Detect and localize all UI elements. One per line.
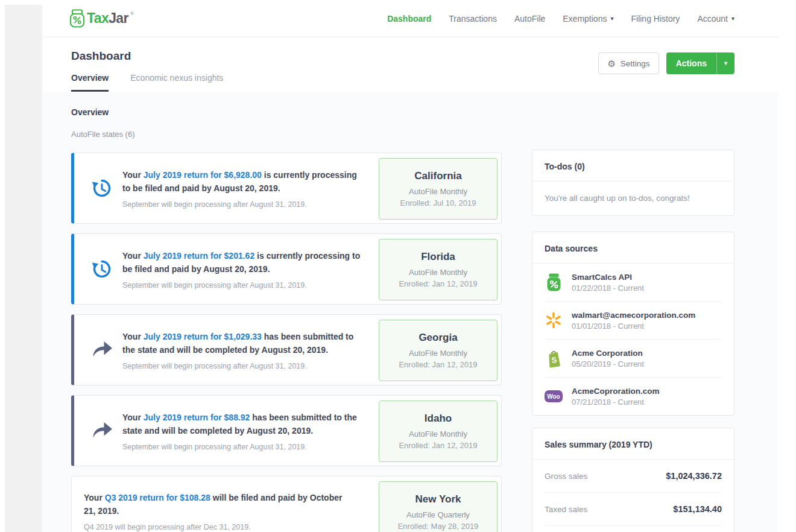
sales-summary-title: Sales summary (2019 YTD) (532, 428, 734, 460)
taxjar-jar-icon (545, 273, 563, 291)
return-status-message: Your July 2019 return for $201.62 is cur… (122, 249, 367, 276)
data-source-row-shopify[interactable]: S Acme Corporation 05/20/2019 - Current (532, 340, 734, 377)
chevron-down-icon: ▾ (724, 60, 727, 66)
taxjar-logo[interactable]: TaxJar ® (69, 9, 134, 28)
return-status-text: Your July 2019 return for $6,928.00 is c… (122, 168, 367, 209)
nav-dashboard[interactable]: Dashboard (387, 14, 431, 24)
history-clock-icon (90, 177, 113, 200)
data-source-name: Acme Corporation (572, 349, 644, 358)
processing-note: September will begin processing after Au… (122, 200, 367, 209)
sales-summary-card: Sales summary (2019 YTD) Gross sales $1,… (532, 428, 734, 532)
taxjar-jar-percent-icon (69, 9, 85, 28)
data-source-info: SmartCalcs API 01/22/2018 - Current (572, 273, 644, 293)
page-left-gutter (5, 5, 42, 532)
nav-exemptions[interactable]: Exemptions▾ (563, 14, 613, 24)
return-status-text: Your July 2019 return for $88.92 has bee… (122, 411, 367, 451)
state-name: Georgia (419, 332, 457, 344)
data-sources-card: Data sources SmartCalcs API 01/2 (532, 232, 734, 416)
data-source-name: SmartCalcs API (572, 273, 644, 282)
settings-button[interactable]: ⚙ Settings (598, 52, 659, 74)
data-source-info: Acme Corporation 05/20/2019 - Current (572, 349, 644, 369)
state-box-florida[interactable]: Florida AutoFile Monthly Enrolled: Jan 1… (379, 239, 498, 300)
message-text: Your (122, 413, 144, 422)
data-source-row-walmart[interactable]: walmart@acmecorporation.com 01/01/2018 -… (532, 302, 734, 339)
return-status-text: Your July 2019 return for $201.62 is cur… (122, 249, 367, 290)
todos-card: To-dos (0) You're all caught up on to-do… (532, 150, 734, 216)
data-source-row-smartcalcs[interactable]: SmartCalcs API 01/22/2018 - Current (532, 264, 734, 301)
sales-row-label: Gross sales (545, 472, 587, 481)
state-box-california[interactable]: California AutoFile Monthly Enrolled: Ju… (379, 158, 498, 220)
sales-row-value: $151,134.40 (673, 504, 722, 514)
state-schedule: AutoFile Quarterly (406, 510, 470, 519)
return-status-message: Your July 2019 return for $6,928.00 is c… (122, 168, 367, 195)
data-source-period: 01/22/2018 - Current (572, 283, 644, 293)
state-box-georgia[interactable]: Georgia AutoFile Monthly Enrolled: Jan 1… (379, 320, 498, 381)
state-schedule: AutoFile Monthly (409, 349, 467, 358)
message-text: Your (122, 251, 144, 261)
state-enrolled-date: Enrolled: Jan 12, 2019 (399, 279, 477, 288)
sales-row-value: $1,024,336.72 (666, 471, 722, 481)
data-source-name: AcmeCoproration.com (572, 387, 660, 396)
woocommerce-woo-icon: Woo (545, 390, 563, 402)
autofile-states-count-label: AutoFile states (6) (71, 130, 502, 139)
data-source-row-woocommerce[interactable]: Woo AcmeCoproration.com 07/21/2018 - Cur… (532, 378, 734, 415)
nav-filing-history[interactable]: Filing History (631, 14, 680, 24)
state-enrolled-date: Enrolled: Jan 12, 2019 (399, 360, 477, 369)
todos-empty-message: You're all caught up on to-dos, congrats… (532, 182, 734, 215)
processing-note: September will begin processing after Au… (122, 443, 367, 451)
chevron-down-icon: ▾ (610, 16, 613, 22)
share-arrow-icon (90, 421, 113, 440)
state-name: Idaho (425, 413, 452, 425)
gear-icon: ⚙ (607, 59, 615, 68)
state-name: California (414, 170, 461, 182)
data-source-info: AcmeCoproration.com 07/21/2018 - Current (572, 387, 660, 407)
state-card-georgia: Your July 2019 return for $1,029.33 has … (71, 314, 502, 385)
return-link[interactable]: July 2019 return for $6,928.00 (144, 170, 262, 180)
nav-autofile[interactable]: AutoFile (514, 14, 545, 24)
dashboard-tabs: Overview Economic nexus insights (71, 73, 223, 92)
tab-overview[interactable]: Overview (71, 73, 109, 92)
history-clock-icon (90, 258, 113, 280)
tab-economic-nexus-insights[interactable]: Economic nexus insights (130, 73, 223, 92)
sales-summary-row-gross: Gross sales $1,024,336.72 (545, 460, 722, 493)
return-status-text: Your Q3 2019 return for $108.28 will be … (84, 491, 346, 531)
woo-badge-text: Woo (545, 390, 563, 402)
shopify-bag-icon: S (545, 349, 563, 368)
state-card-florida: Your July 2019 return for $201.62 is cur… (71, 233, 502, 305)
return-status-message: Your Q3 2019 return for $108.28 will be … (84, 491, 346, 518)
return-link[interactable]: July 2019 return for $1,029.33 (144, 332, 262, 341)
data-source-info: walmart@acmecorporation.com 01/01/2018 -… (572, 311, 695, 331)
sales-summary-row-taxed: Taxed sales $151,134.40 (545, 493, 722, 526)
state-box-new-york[interactable]: New York AutoFile Quarterly Enrolled: Ma… (379, 481, 498, 532)
state-card-california: Your July 2019 return for $6,928.00 is c… (71, 153, 502, 224)
nav-account-label: Account (697, 14, 728, 24)
return-link[interactable]: July 2019 return for $201.62 (144, 251, 254, 261)
return-link[interactable]: Q3 2019 return for $108.28 (105, 493, 210, 502)
data-source-period: 05/20/2019 - Current (572, 359, 644, 369)
autofile-state-cards: Your July 2019 return for $6,928.00 is c… (71, 153, 502, 532)
actions-dropdown-toggle[interactable]: ▾ (716, 52, 734, 74)
sales-row-label: Taxed sales (545, 505, 587, 514)
dashboard-content: Overview AutoFile states (6) Your July 2… (42, 92, 778, 532)
processing-note: September will begin processing after Au… (122, 362, 367, 370)
chevron-down-icon: ▾ (731, 16, 734, 22)
return-status-text: Your July 2019 return for $1,029.33 has … (122, 330, 367, 370)
page-title: Dashboard (71, 49, 131, 63)
todos-title: To-dos (0) (532, 150, 734, 182)
settings-button-label: Settings (621, 59, 650, 68)
state-card-idaho: Your July 2019 return for $88.92 has bee… (71, 395, 502, 466)
state-schedule: AutoFile Monthly (409, 429, 467, 439)
nav-account[interactable]: Account▾ (697, 14, 734, 24)
main-nav: Dashboard Transactions AutoFile Exemptio… (387, 14, 734, 24)
message-text: Your (122, 332, 144, 341)
autofile-states-column: Overview AutoFile states (6) Your July 2… (71, 92, 502, 532)
message-text: Your (84, 493, 105, 502)
walmart-spark-icon (545, 312, 563, 329)
header-buttons: ⚙ Settings Actions ▾ (598, 52, 734, 74)
actions-button[interactable]: Actions ▾ (666, 52, 734, 74)
state-box-idaho[interactable]: Idaho AutoFile Monthly Enrolled: Jan 12,… (379, 401, 498, 462)
nav-transactions[interactable]: Transactions (449, 14, 497, 24)
return-link[interactable]: July 2019 return for $88.92 (144, 413, 250, 422)
nav-exemptions-label: Exemptions (563, 14, 607, 24)
taxjar-app: TaxJar ® Dashboard Transactions AutoFile… (42, 0, 778, 532)
